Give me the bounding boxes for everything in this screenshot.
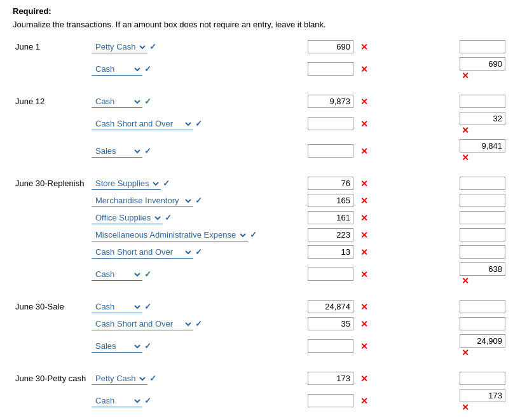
- debit-x-icon[interactable]: ✕: [360, 42, 368, 52]
- account-select[interactable]: Cash: [92, 301, 142, 313]
- account-select[interactable]: Store Supplies: [92, 177, 161, 190]
- credit-input[interactable]: [460, 334, 505, 348]
- debit-cell[interactable]: [305, 261, 356, 288]
- account-cell[interactable]: Miscellaneous Administrative Expense✓: [89, 226, 267, 243]
- debit-cell[interactable]: [305, 110, 356, 137]
- debit-x-icon[interactable]: ✕: [360, 146, 368, 156]
- account-cell[interactable]: Cash✓: [89, 55, 267, 83]
- debit-input[interactable]: [308, 211, 353, 224]
- account-select[interactable]: Merchandise Inventory: [92, 194, 193, 207]
- account-select[interactable]: Petty Cash: [92, 41, 147, 53]
- account-cell[interactable]: Cash✓: [89, 387, 267, 414]
- debit-x-cell[interactable]: ✕: [356, 38, 457, 55]
- credit-cell[interactable]: [457, 370, 514, 387]
- debit-x-cell[interactable]: ✕: [356, 298, 457, 315]
- debit-x-icon[interactable]: ✕: [360, 97, 368, 107]
- credit-input[interactable]: [460, 262, 505, 276]
- debit-cell[interactable]: [305, 192, 356, 209]
- credit-cell[interactable]: [457, 226, 514, 243]
- debit-x-icon[interactable]: ✕: [360, 319, 368, 329]
- debit-cell[interactable]: [305, 55, 356, 83]
- debit-cell[interactable]: [305, 243, 356, 261]
- account-cell[interactable]: Store Supplies✓: [89, 175, 267, 192]
- debit-x-icon[interactable]: ✕: [360, 247, 368, 257]
- account-cell[interactable]: Cash✓: [89, 298, 267, 315]
- credit-cell[interactable]: [457, 298, 514, 315]
- debit-x-cell[interactable]: ✕: [356, 110, 457, 137]
- account-select[interactable]: Sales: [92, 145, 142, 158]
- account-cell[interactable]: Cash Short and Over✓: [89, 110, 267, 137]
- credit-cell[interactable]: [457, 93, 514, 110]
- credit-x-icon[interactable]: ✕: [462, 348, 469, 358]
- credit-x-icon[interactable]: ✕: [462, 276, 469, 286]
- debit-x-cell[interactable]: ✕: [356, 243, 457, 261]
- debit-cell[interactable]: [305, 175, 356, 192]
- account-select[interactable]: Cash Short and Over: [92, 318, 193, 330]
- credit-input[interactable]: [460, 95, 505, 108]
- account-select[interactable]: Sales: [92, 340, 142, 353]
- debit-input[interactable]: [308, 95, 353, 108]
- debit-x-cell[interactable]: ✕: [356, 209, 457, 226]
- debit-x-cell[interactable]: ✕: [356, 315, 457, 332]
- account-select[interactable]: Cash: [92, 95, 142, 108]
- debit-x-cell[interactable]: ✕: [356, 261, 457, 288]
- account-cell[interactable]: Cash✓: [89, 93, 267, 110]
- account-cell[interactable]: Sales✓: [89, 332, 267, 360]
- credit-input[interactable]: [460, 372, 505, 385]
- account-select[interactable]: Cash: [92, 268, 142, 281]
- credit-cell[interactable]: [457, 315, 514, 332]
- debit-x-icon[interactable]: ✕: [360, 341, 368, 351]
- credit-x-icon[interactable]: ✕: [462, 125, 469, 135]
- credit-input[interactable]: [460, 112, 505, 125]
- credit-cell[interactable]: ✕: [457, 55, 514, 83]
- credit-cell[interactable]: [457, 175, 514, 192]
- debit-x-icon[interactable]: ✕: [360, 269, 368, 280]
- debit-input[interactable]: [308, 372, 353, 385]
- debit-x-cell[interactable]: ✕: [356, 175, 457, 192]
- credit-input[interactable]: [460, 228, 505, 241]
- account-select[interactable]: Cash: [92, 63, 142, 76]
- credit-input[interactable]: [460, 40, 505, 53]
- debit-x-icon[interactable]: ✕: [360, 396, 368, 406]
- credit-input[interactable]: [460, 317, 505, 330]
- debit-x-icon[interactable]: ✕: [360, 179, 368, 189]
- credit-input[interactable]: [460, 177, 505, 190]
- account-select[interactable]: Office Supplies: [92, 212, 163, 224]
- account-cell[interactable]: Cash Short and Over✓: [89, 243, 267, 261]
- account-cell[interactable]: Petty Cash✓: [89, 370, 267, 387]
- credit-cell[interactable]: ✕: [457, 261, 514, 288]
- debit-x-cell[interactable]: ✕: [356, 226, 457, 243]
- debit-x-icon[interactable]: ✕: [360, 213, 368, 223]
- credit-cell[interactable]: ✕: [457, 387, 514, 414]
- account-select[interactable]: Cash Short and Over: [92, 118, 193, 130]
- debit-cell[interactable]: [305, 387, 356, 414]
- debit-x-cell[interactable]: ✕: [356, 93, 457, 110]
- debit-input[interactable]: [308, 144, 353, 158]
- debit-cell[interactable]: [305, 298, 356, 315]
- debit-x-cell[interactable]: ✕: [356, 192, 457, 209]
- debit-input[interactable]: [308, 317, 353, 330]
- debit-input[interactable]: [308, 62, 353, 76]
- debit-cell[interactable]: [305, 332, 356, 360]
- debit-input[interactable]: [308, 40, 353, 53]
- account-cell[interactable]: Petty Cash✓: [89, 38, 267, 55]
- debit-x-cell[interactable]: ✕: [356, 55, 457, 83]
- debit-cell[interactable]: [305, 93, 356, 110]
- debit-x-icon[interactable]: ✕: [360, 374, 368, 384]
- credit-cell[interactable]: [457, 243, 514, 261]
- debit-input[interactable]: [308, 394, 353, 407]
- debit-cell[interactable]: [305, 137, 356, 165]
- debit-cell[interactable]: [305, 38, 356, 55]
- credit-input[interactable]: [460, 245, 505, 259]
- credit-input[interactable]: [460, 300, 505, 313]
- account-select[interactable]: Cash Short and Over: [92, 246, 193, 259]
- debit-cell[interactable]: [305, 209, 356, 226]
- credit-input[interactable]: [460, 57, 505, 71]
- credit-input[interactable]: [460, 139, 505, 152]
- debit-input[interactable]: [308, 245, 353, 259]
- debit-x-cell[interactable]: ✕: [356, 332, 457, 360]
- account-select[interactable]: Cash: [92, 395, 142, 407]
- debit-input[interactable]: [308, 339, 353, 353]
- debit-x-cell[interactable]: ✕: [356, 387, 457, 414]
- debit-cell[interactable]: [305, 370, 356, 387]
